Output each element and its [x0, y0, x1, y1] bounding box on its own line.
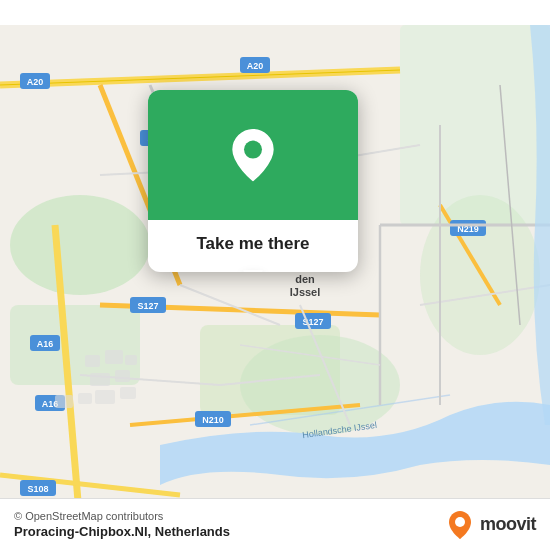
svg-text:den: den — [295, 273, 315, 285]
svg-text:IJssel: IJssel — [290, 286, 321, 298]
copyright-text: © OpenStreetMap contributors — [14, 510, 230, 522]
popup-card-body: Take me there — [148, 220, 358, 272]
svg-point-2 — [10, 195, 150, 295]
svg-text:N210: N210 — [202, 415, 224, 425]
map-container: A20 A20 A16 A16 S108 S109 S127 S127 N210… — [0, 0, 550, 550]
svg-rect-54 — [115, 370, 130, 382]
popup-tail — [243, 270, 263, 272]
footer-info: © OpenStreetMap contributors Proracing-C… — [14, 510, 230, 539]
svg-rect-56 — [78, 393, 92, 404]
svg-rect-57 — [95, 390, 115, 404]
svg-rect-51 — [105, 350, 123, 364]
location-name: Proracing-Chipbox.Nl, Netherlands — [14, 524, 230, 539]
popup-card-header — [148, 90, 358, 220]
svg-point-64 — [455, 517, 465, 527]
moovit-label: moovit — [480, 514, 536, 535]
svg-rect-55 — [55, 395, 73, 408]
svg-rect-58 — [120, 387, 136, 399]
moovit-icon — [444, 509, 476, 541]
popup-card: Take me there — [148, 90, 358, 272]
map-background: A20 A20 A16 A16 S108 S109 S127 S127 N210… — [0, 0, 550, 550]
take-me-there-button[interactable]: Take me there — [196, 234, 309, 254]
svg-text:S108: S108 — [27, 484, 48, 494]
svg-point-63 — [244, 141, 262, 159]
svg-rect-52 — [125, 355, 137, 365]
location-pin-icon — [226, 128, 280, 182]
svg-text:A20: A20 — [247, 61, 264, 71]
svg-rect-50 — [85, 355, 100, 367]
svg-text:A16: A16 — [37, 339, 54, 349]
map-footer: © OpenStreetMap contributors Proracing-C… — [0, 498, 550, 550]
svg-rect-53 — [90, 373, 110, 386]
moovit-logo: moovit — [444, 509, 536, 541]
svg-text:S127: S127 — [137, 301, 158, 311]
svg-rect-6 — [400, 25, 550, 225]
svg-text:A20: A20 — [27, 77, 44, 87]
